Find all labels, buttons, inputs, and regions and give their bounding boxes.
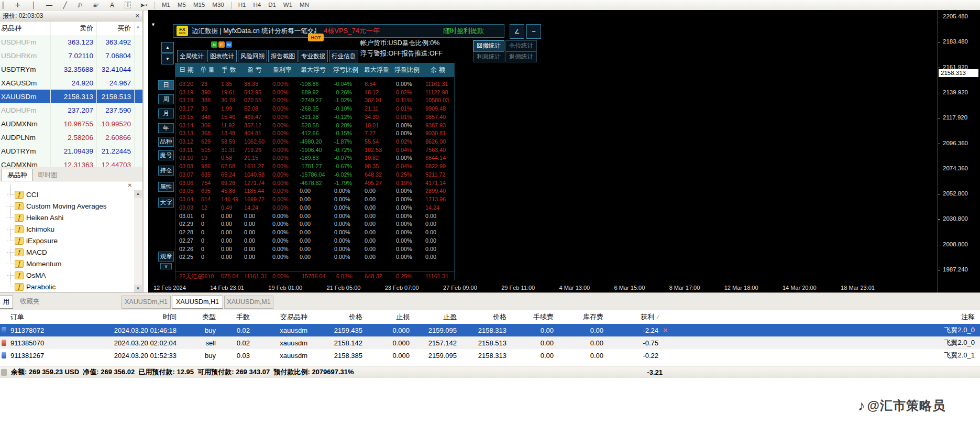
- stats-row[interactable]: 03.1534615.46469.470.00%-321.28-0.12%34.…: [175, 113, 454, 121]
- stats-button-2[interactable]: 图表统计: [207, 50, 237, 62]
- toolbar-grip[interactable]: [2, 2, 8, 9]
- column-symbol[interactable]: 易品种: [0, 21, 50, 35]
- stats-right-button-2[interactable]: 仓位统计: [505, 40, 537, 51]
- orders-col-header[interactable]: 手续费: [510, 310, 557, 324]
- navigator-scrollbar[interactable]: ▲ ▼: [134, 190, 142, 292]
- order-row[interactable]: 9113850702024.03.20 02:02:04sell0.02xauu…: [0, 336, 980, 349]
- stats-row[interactable]: 02.2600.000.000.00%0.000.00%0.000.00%0.0…: [175, 245, 454, 253]
- stats-row[interactable]: 03.1336813.48404.810.00%-412.66-0.15%7.2…: [175, 129, 454, 137]
- stats-side-tab-6[interactable]: 魔号: [158, 150, 174, 160]
- orders-col-header[interactable]: 止盈: [413, 310, 460, 324]
- stats-row[interactable]: 03.1151531.31719.260.00%-1906.40-0.72%10…: [175, 146, 454, 154]
- close-icon[interactable]: ✕: [128, 182, 132, 188]
- chart-tab-2[interactable]: XAUUSDm,H1: [172, 296, 223, 309]
- stats-row[interactable]: 03.1939019.61542.950.00%-689.92-0.26%48.…: [175, 88, 454, 96]
- market-watch-row[interactable]: AUDHUFm237.207237.590: [0, 103, 142, 117]
- orders-col-header[interactable]: 类型: [180, 310, 219, 324]
- chevron-down-icon[interactable]: ▼: [151, 22, 156, 27]
- stats-right-button-3[interactable]: 利息统计: [473, 51, 504, 62]
- scroll-up-button[interactable]: ▲: [161, 42, 174, 53]
- stats-row[interactable]: 02.2900.000.000.00%0.000.00%0.000.00%0.0…: [175, 220, 454, 228]
- timeframe-d1[interactable]: D1: [265, 1, 280, 9]
- time-axis[interactable]: 12 Feb 202414 Feb 23:0119 Feb 01:0021 Fe…: [148, 282, 938, 292]
- stats-side-tab-4[interactable]: 年: [158, 123, 174, 133]
- order-row[interactable]: 9113780722024.03.20 01:46:18buy0.02xauus…: [0, 324, 980, 336]
- horizontal-line-icon[interactable]: —: [41, 1, 57, 9]
- orders-col-header[interactable]: 库存费: [557, 310, 607, 324]
- orders-col-header[interactable]: 注释: [671, 310, 980, 324]
- price-axis[interactable]: 2205.4802183.4802161.9202139.9202117.920…: [938, 10, 980, 292]
- scroll-up-icon[interactable]: ▲: [134, 190, 142, 198]
- tab-symbols[interactable]: 易品种: [2, 169, 33, 181]
- panel-divider[interactable]: [144, 10, 144, 292]
- orders-col-header[interactable]: 价格: [460, 310, 510, 324]
- shapes-icon[interactable]: ➤▾: [136, 1, 151, 9]
- market-watch-row[interactable]: USDHRKm7.021107.06804: [0, 49, 142, 62]
- orders-col-header[interactable]: 止损: [366, 310, 413, 324]
- stats-row[interactable]: 02.2800.000.000.00%0.000.00%0.000.00%0.0…: [175, 228, 454, 236]
- navigator-tab-favorites[interactable]: 收藏夹: [14, 296, 46, 308]
- stats-button-3[interactable]: 风险回朔: [238, 50, 267, 62]
- orders-col-header[interactable]: 时间: [75, 310, 180, 324]
- navigator-item-custom-moving-averages[interactable]: ƒCustom Moving Averages: [7, 200, 107, 212]
- stats-row[interactable]: 03.0675469.281271.740.00%-4678.82-1.79%4…: [175, 179, 454, 187]
- close-order-icon[interactable]: ✕: [663, 327, 668, 334]
- stats-side-tab-2[interactable]: 周: [158, 94, 174, 104]
- tab-tick-chart[interactable]: 即时图: [33, 169, 63, 181]
- stats-row[interactable]: 03.10190.5821.150.00%-189.83-0.07%10.820…: [175, 154, 454, 162]
- navigator-item-ichimoku[interactable]: ƒIchimoku: [7, 223, 107, 235]
- chart-tab-1[interactable]: XAUUSDm,H1: [122, 296, 171, 309]
- stats-side-tab-1[interactable]: 日: [158, 80, 174, 90]
- channel-icon[interactable]: ⫽E: [73, 1, 89, 9]
- market-watch-row[interactable]: AUDPLNm2.582062.60866: [0, 130, 142, 144]
- stats-button-1[interactable]: 全局统计: [177, 50, 206, 62]
- orders-col-header[interactable]: 交易品种: [253, 310, 311, 324]
- orders-col-header[interactable]: 获利∕: [607, 310, 662, 324]
- resize-button[interactable]: ∠: [510, 24, 524, 39]
- stats-side-tab-7[interactable]: 持仓: [158, 166, 174, 176]
- stats-window-titlebar[interactable]: FXDATA 迈汇数据 | MyfxData.cn 统计分析每一笔交易 4核VP…: [173, 24, 504, 38]
- stats-row[interactable]: 03.0898662.581611.270.00%-1781.27-0.67%9…: [175, 162, 454, 170]
- stats-side-tab-more[interactable]: v: [160, 263, 172, 269]
- timeframe-h4[interactable]: H4: [249, 1, 265, 9]
- navigator-item-momentum[interactable]: ƒMomentum: [7, 258, 107, 269]
- scroll-up-icon[interactable]: ^: [134, 21, 142, 35]
- timeframe-m15[interactable]: M15: [190, 1, 208, 9]
- timeframe-w1[interactable]: W1: [280, 1, 296, 9]
- stats-row[interactable]: 03.17301.9952.080.00%-268.35-0.10%21.110…: [175, 104, 454, 113]
- scroll-down-icon[interactable]: ▼: [134, 285, 142, 292]
- stats-row[interactable]: 03.1838830.79670.550.00%-2749.27-1.02%30…: [175, 96, 454, 104]
- label-icon[interactable]: T: [120, 1, 136, 9]
- stats-side-tab-8[interactable]: 属性: [158, 182, 174, 192]
- close-icon[interactable]: ✕: [135, 13, 140, 19]
- minimize-button[interactable]: −: [526, 24, 541, 39]
- stats-row[interactable]: 02.2700.000.000.00%0.000.00%0.000.00%0.0…: [175, 236, 454, 245]
- orders-col-header[interactable]: 手数: [219, 310, 253, 324]
- chart-tab-3[interactable]: XAUUSDm,M1: [224, 296, 273, 309]
- stats-right-button-1[interactable]: 回撤统计: [473, 40, 504, 51]
- navigator-item-iexposure[interactable]: ƒiExposure: [7, 235, 107, 246]
- stats-row[interactable]: 03.20231.3538.330.00%-108.86-0.04%8.540.…: [175, 80, 454, 88]
- scroll-down-button[interactable]: ▼: [161, 53, 174, 64]
- stats-right-button-4[interactable]: 返佣统计: [505, 51, 537, 62]
- trendline-icon[interactable]: ╱: [57, 1, 73, 9]
- navigator-tab-common[interactable]: 用: [0, 296, 13, 309]
- market-watch-row[interactable]: XAUUSDm2158.3132158.513: [0, 90, 142, 103]
- navigator-item-cci[interactable]: ƒCCI: [7, 189, 107, 200]
- text-icon[interactable]: A: [104, 1, 120, 9]
- market-watch-row[interactable]: CADMXNm12.3136312.44703: [0, 158, 142, 167]
- orders-col-header[interactable]: 价格: [311, 310, 366, 324]
- timeframe-m1[interactable]: M1: [158, 1, 174, 9]
- market-watch-row[interactable]: USDHUFm363.123363.492: [0, 35, 142, 49]
- stats-button-6[interactable]: 行业信息: [329, 50, 358, 62]
- market-watch-row[interactable]: XAGUSDm24.92024.967: [0, 76, 142, 90]
- navigator-item-parabolic[interactable]: ƒParabolic: [7, 281, 107, 292]
- timeframe-m5[interactable]: M5: [174, 1, 190, 9]
- order-row[interactable]: 9113812672024.03.20 01:52:33buy0.03xauus…: [0, 349, 980, 362]
- vps-promo-link[interactable]: 4核VPS_74元一年: [324, 26, 380, 36]
- withdraw-promo-link[interactable]: 随时盈利提款: [443, 26, 484, 36]
- navigator-item-heiken-ashi[interactable]: ƒHeiken Ashi: [7, 212, 107, 223]
- market-watch-row[interactable]: AUDMXNm10.9675510.99520: [0, 117, 142, 130]
- stats-row[interactable]: 03.0100.000.000.00%0.000.00%0.000.00%0.0…: [175, 212, 454, 220]
- stats-side-tab-5[interactable]: 品种: [158, 137, 174, 147]
